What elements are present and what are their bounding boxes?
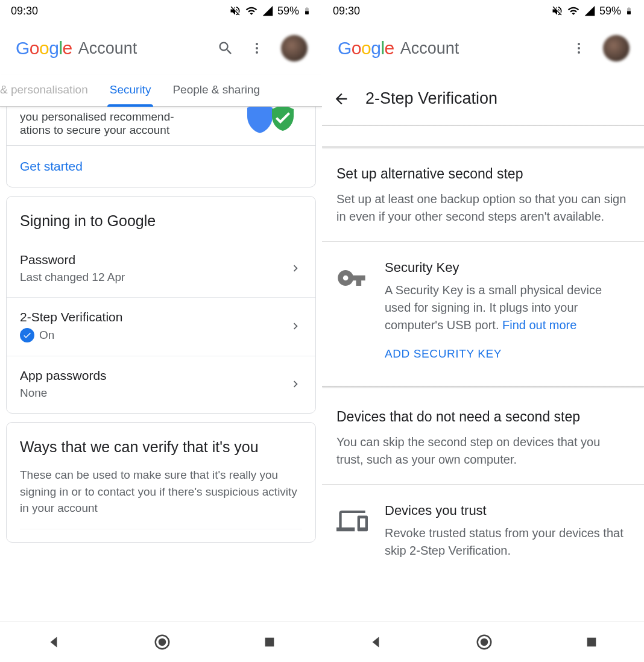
google-logo: Google bbox=[338, 38, 394, 58]
add-security-key-button[interactable]: ADD SECURITY KEY bbox=[385, 347, 630, 361]
battery-icon bbox=[303, 5, 311, 17]
status-time: 09:30 bbox=[333, 5, 360, 17]
key-icon bbox=[336, 262, 368, 294]
get-started-row[interactable]: Get started bbox=[7, 145, 315, 187]
product-label: Account bbox=[400, 39, 459, 58]
app-header: Google Account bbox=[322, 22, 644, 75]
app-header: Google Account bbox=[0, 22, 322, 75]
content-area: you personalised recommend- ations to se… bbox=[0, 107, 322, 621]
shield-green-icon bbox=[268, 107, 297, 132]
nav-recent-icon[interactable] bbox=[585, 635, 598, 649]
svg-point-10 bbox=[481, 638, 488, 646]
security-key-row: Security Key A Security Key is a small p… bbox=[322, 242, 644, 379]
wifi-icon bbox=[245, 5, 258, 17]
item-2-step[interactable]: 2-Step Verification On bbox=[7, 297, 315, 356]
chevron-right-icon bbox=[289, 377, 302, 391]
check-icon bbox=[20, 328, 34, 342]
android-nav-bar bbox=[0, 621, 322, 662]
tab-personalisation[interactable]: & personalisation bbox=[0, 75, 99, 106]
signing-in-title: Signing in to Google bbox=[7, 197, 315, 241]
svg-point-1 bbox=[256, 47, 258, 49]
alt-title: Set up alternative second step bbox=[336, 166, 630, 182]
trust-title: Devices you trust bbox=[385, 503, 630, 519]
page-title: 2-Step Verification bbox=[365, 89, 497, 108]
signal-icon bbox=[262, 5, 274, 17]
verify-title: Ways that we can verify that it's you bbox=[7, 423, 315, 467]
verify-desc: These can be used to make sure that it's… bbox=[7, 467, 315, 529]
screen-2step: 09:30 59% Google Account 2-Step Verifica… bbox=[322, 0, 644, 662]
svg-point-7 bbox=[578, 47, 580, 49]
nav-recent-icon[interactable] bbox=[263, 635, 276, 649]
devices-trust-row[interactable]: Devices you trust Revoke trusted status … bbox=[322, 485, 644, 578]
svg-point-8 bbox=[578, 51, 580, 54]
item-password[interactable]: Password Last changed 12 Apr bbox=[7, 241, 315, 297]
android-nav-bar bbox=[322, 621, 644, 662]
nav-home-icon[interactable] bbox=[153, 633, 171, 651]
shield-icons bbox=[243, 107, 297, 134]
devices-title: Devices that do not need a second step bbox=[336, 409, 630, 425]
sub-header: 2-Step Verification bbox=[322, 75, 644, 125]
alt-desc: Set up at least one backup option so tha… bbox=[336, 191, 630, 225]
devices-icon bbox=[336, 505, 368, 537]
nav-back-icon[interactable] bbox=[368, 634, 384, 650]
overflow-menu-icon[interactable] bbox=[566, 35, 592, 61]
search-icon[interactable] bbox=[212, 35, 239, 61]
svg-rect-11 bbox=[587, 637, 596, 646]
overflow-menu-icon[interactable] bbox=[244, 35, 270, 61]
get-started-link[interactable]: Get started bbox=[20, 159, 83, 173]
status-bar: 09:30 59% bbox=[0, 0, 322, 22]
mute-icon bbox=[229, 5, 241, 17]
card-signing-in: Signing in to Google Password Last chang… bbox=[6, 196, 316, 414]
nav-home-icon[interactable] bbox=[475, 633, 493, 651]
svg-point-4 bbox=[159, 638, 166, 646]
tabs: & personalisation Security People & shar… bbox=[0, 75, 322, 107]
signal-icon bbox=[584, 5, 596, 17]
status-bar: 09:30 59% bbox=[322, 0, 644, 22]
card-verify: Ways that we can verify that it's you Th… bbox=[6, 422, 316, 543]
chevron-right-icon bbox=[289, 320, 302, 333]
svg-point-6 bbox=[578, 43, 580, 45]
status-time: 09:30 bbox=[11, 5, 38, 17]
wifi-icon bbox=[567, 5, 580, 17]
mute-icon bbox=[551, 5, 563, 17]
chevron-right-icon bbox=[289, 262, 302, 275]
card-recommendations: you personalised recommend- ations to se… bbox=[6, 107, 316, 188]
status-icons: 59% bbox=[551, 5, 633, 17]
svg-point-2 bbox=[256, 51, 258, 54]
devices-section: Devices that do not need a second step Y… bbox=[322, 399, 644, 484]
find-out-more-link[interactable]: Find out more bbox=[502, 318, 576, 332]
recovery-phone-label[interactable]: Recovery phone bbox=[20, 529, 302, 542]
battery-icon bbox=[625, 5, 633, 17]
back-arrow-icon[interactable] bbox=[333, 90, 350, 107]
avatar[interactable] bbox=[603, 35, 630, 61]
trust-desc: Revoke trusted status from your devices … bbox=[385, 525, 630, 560]
svg-point-0 bbox=[256, 43, 258, 45]
recommend-text: you personalised recommend- ations to se… bbox=[20, 110, 213, 137]
tab-security[interactable]: Security bbox=[99, 75, 162, 106]
status-icons: 59% bbox=[229, 5, 311, 17]
key-title: Security Key bbox=[385, 260, 630, 276]
devices-desc: You can skip the second step on devices … bbox=[336, 433, 630, 468]
screen-security: 09:30 59% Google Account & personalisati… bbox=[0, 0, 322, 662]
avatar[interactable] bbox=[281, 35, 308, 61]
nav-back-icon[interactable] bbox=[46, 634, 62, 650]
product-label: Account bbox=[78, 39, 137, 58]
tab-people-sharing[interactable]: People & sharing bbox=[162, 75, 271, 106]
item-app-passwords[interactable]: App passwords None bbox=[7, 356, 315, 413]
key-desc: A Security Key is a small physical devic… bbox=[385, 282, 630, 334]
svg-rect-5 bbox=[265, 637, 274, 646]
status-battery-text: 59% bbox=[277, 5, 299, 17]
google-logo: Google bbox=[16, 38, 72, 58]
alt-step-section: Set up alternative second step Set up at… bbox=[322, 148, 644, 241]
status-battery-text: 59% bbox=[599, 5, 621, 17]
